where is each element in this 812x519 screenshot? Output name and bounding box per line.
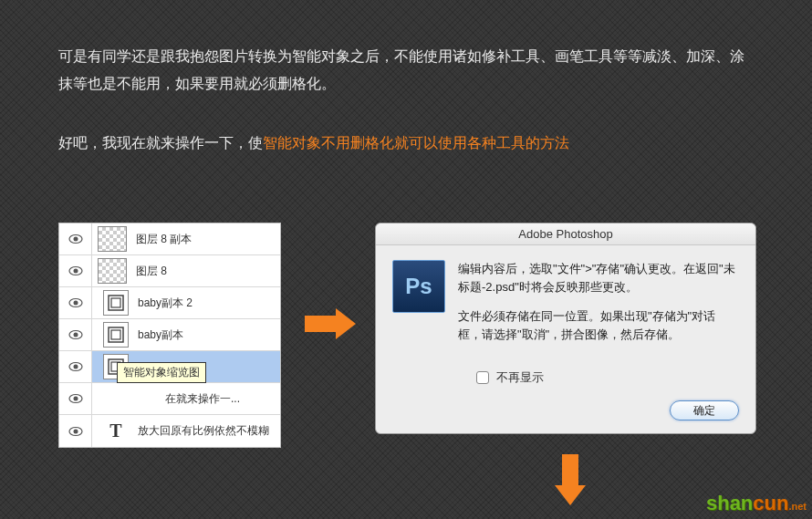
- watermark-part3: .net: [788, 501, 807, 512]
- p2-text-a: 好吧，我现在就来操作一下，使: [58, 135, 263, 151]
- intro-paragraph-1: 可是有同学还是跟我抱怨图片转换为智能对象之后，不能使用诸如修补工具、画笔工具等等…: [58, 43, 752, 98]
- eye-icon: [68, 232, 83, 246]
- smart-object-thumbnail[interactable]: [103, 322, 129, 348]
- dialog-message: 编辑内容后，选取"文件">"存储"确认更改。在返回"未标题-2.psd"时将会反…: [458, 260, 739, 355]
- smart-object-thumbnail[interactable]: [103, 290, 129, 316]
- tooltip: 智能对象缩览图: [117, 362, 206, 383]
- dialog-message-1: 编辑内容后，选取"文件">"存储"确认更改。在返回"未标题-2.psd"时将会反…: [458, 260, 739, 296]
- layer-row[interactable]: T 放大回原有比例依然不模糊: [59, 415, 280, 447]
- svg-marker-20: [305, 308, 356, 339]
- layer-row[interactable]: 图层 8 副本: [59, 223, 280, 255]
- layer-name[interactable]: 图层 8: [136, 264, 167, 279]
- p2-highlight: 智能对象不用删格化就可以使用各种工具的方法: [263, 135, 569, 151]
- layer-row[interactable]: baby副本 2: [59, 287, 280, 319]
- layers-panel: 图层 8 副本 图层 8 baby副本 2 baby副本 baby: [58, 223, 281, 448]
- dialog-message-2: 文件必须存储在同一位置。如果出现"存储为"对话框，请选择"取消"，拼合图像，然后…: [458, 307, 739, 344]
- dont-show-again[interactable]: 不再显示: [376, 364, 755, 388]
- eye-icon: [68, 327, 83, 342]
- layer-thumbnail[interactable]: [103, 386, 129, 411]
- ok-button[interactable]: 确定: [670, 400, 739, 420]
- svg-point-17: [73, 397, 78, 401]
- svg-rect-11: [111, 330, 120, 339]
- eye-icon: [68, 296, 83, 310]
- dialog: Adobe Photoshop Ps 编辑内容后，选取"文件">"存储"确认更改…: [375, 223, 756, 434]
- svg-point-1: [73, 237, 78, 242]
- layer-row[interactable]: 图层 8: [59, 255, 280, 287]
- svg-point-19: [73, 429, 78, 433]
- layer-name[interactable]: 图层 8 副本: [136, 232, 192, 247]
- visibility-toggle[interactable]: [59, 223, 92, 254]
- layer-thumbnail[interactable]: [98, 258, 127, 284]
- arrow-down-icon: [555, 454, 586, 505]
- layer-row[interactable]: 在就来操作一...: [59, 383, 280, 415]
- svg-point-3: [73, 269, 78, 274]
- dialog-body: Ps 编辑内容后，选取"文件">"存储"确认更改。在返回"未标题-2.psd"时…: [376, 245, 755, 364]
- visibility-toggle[interactable]: [59, 351, 92, 382]
- visibility-toggle[interactable]: [59, 383, 92, 414]
- visibility-toggle[interactable]: [59, 319, 92, 350]
- watermark-part1: shan: [706, 492, 753, 514]
- eye-icon: [68, 424, 83, 439]
- dialog-title: Adobe Photoshop: [376, 223, 755, 245]
- smart-object-icon: [107, 294, 125, 312]
- svg-point-13: [73, 365, 78, 369]
- svg-marker-21: [555, 454, 586, 505]
- svg-rect-7: [111, 298, 120, 307]
- photoshop-icon: Ps: [392, 260, 445, 313]
- watermark: shancun.net: [706, 492, 807, 515]
- visibility-toggle[interactable]: [59, 287, 92, 318]
- eye-icon: [68, 359, 83, 374]
- dialog-footer: 确定: [376, 388, 755, 433]
- visibility-toggle[interactable]: [59, 415, 92, 447]
- smart-object-icon: [107, 326, 125, 344]
- layer-name[interactable]: baby副本 2: [138, 296, 193, 311]
- eye-icon: [68, 264, 83, 278]
- watermark-part2: cun: [753, 492, 788, 514]
- layer-thumbnail[interactable]: [98, 226, 127, 252]
- arrow-right-icon: [305, 308, 356, 339]
- layer-row[interactable]: baby副本: [59, 319, 280, 351]
- checkbox-label: 不再显示: [496, 369, 544, 386]
- layer-name[interactable]: baby副本: [138, 327, 183, 343]
- svg-point-9: [73, 333, 78, 337]
- eye-icon: [68, 391, 83, 406]
- svg-point-5: [73, 301, 78, 306]
- text-layer-thumbnail[interactable]: T: [103, 419, 129, 444]
- intro-paragraph-2: 好吧，我现在就来操作一下，使智能对象不用删格化就可以使用各种工具的方法: [58, 130, 569, 157]
- visibility-toggle[interactable]: [59, 255, 92, 286]
- layer-name[interactable]: 在就来操作一...: [165, 391, 240, 407]
- checkbox-icon[interactable]: [476, 371, 489, 384]
- layer-name[interactable]: 放大回原有比例依然不模糊: [138, 423, 269, 439]
